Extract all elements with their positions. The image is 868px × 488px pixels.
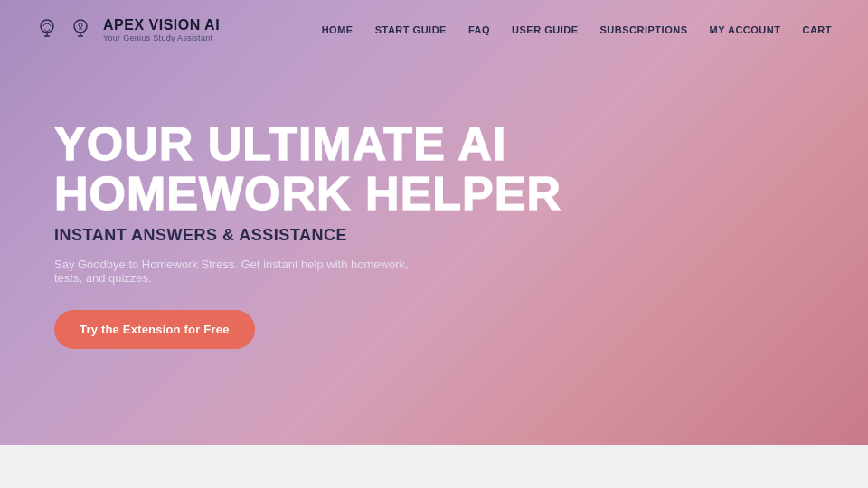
cta-button[interactable]: Try the Extension for Free [54,310,255,349]
hero-description: Say Goodbye to Homework Stress. Get inst… [54,258,416,285]
bottom-strip [0,445,868,488]
nav-link-start-guide[interactable]: START GUIDE [375,24,447,35]
nav-links: HOME START GUIDE FAQ USER GUIDE SUBSCRIP… [322,24,832,35]
nav-link-home[interactable]: HOME [322,24,354,35]
logo-icons [36,16,94,43]
nav-link-user-guide[interactable]: USER GUIDE [512,24,578,35]
hero-headline: YOUR ULTIMATE AI HOMEWORK HELPER [54,119,814,218]
svg-point-3 [74,20,87,33]
logo-area: APEX VISION AI Your Genius Study Assista… [36,16,220,43]
nav-link-cart[interactable]: CART [802,24,832,35]
hero-subheadline: INSTANT ANSWERS & ASSISTANCE [54,226,814,245]
navbar: APEX VISION AI Your Genius Study Assista… [0,0,868,60]
nav-link-faq[interactable]: FAQ [468,24,490,35]
nav-link-subscriptions[interactable]: SUBSCRIPTIONS [600,24,688,35]
logo-text-group: APEX VISION AI Your Genius Study Assista… [103,17,220,42]
hero-content: YOUR ULTIMATE AI HOMEWORK HELPER INSTANT… [0,60,868,445]
page-wrapper: APEX VISION AI Your Genius Study Assista… [0,0,868,488]
logo-subtitle: Your Genius Study Assistant [103,33,220,42]
nav-link-my-account[interactable]: MY ACCOUNT [709,24,780,35]
hero-headline-line2: HOMEWORK HELPER [54,167,561,220]
logo-icon-left [36,16,63,43]
hero-section: APEX VISION AI Your Genius Study Assista… [0,0,868,445]
logo-icon-right [67,16,94,43]
hero-headline-line1: YOUR ULTIMATE AI [54,117,506,170]
logo-title: APEX VISION AI [103,17,220,33]
svg-point-0 [41,20,53,33]
